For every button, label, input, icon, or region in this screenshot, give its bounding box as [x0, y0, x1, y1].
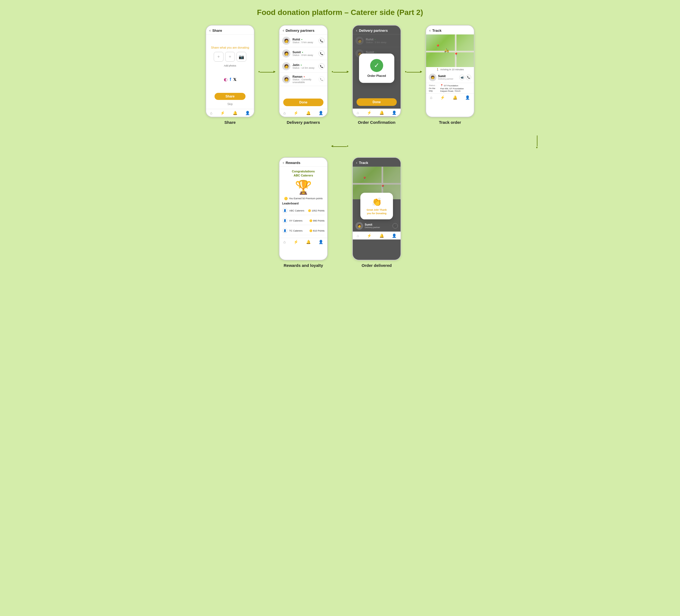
back-arrow-icon[interactable]: ‹: [209, 28, 211, 33]
raman-status-dot: ●: [304, 76, 305, 78]
order-confirm-label: Order Confirmation: [358, 120, 395, 125]
delivery-done-button[interactable]: Done: [283, 98, 323, 106]
home-nav-icon[interactable]: ⌂: [210, 111, 213, 115]
arrow-left-line: [333, 146, 347, 147]
back-arrow-delivered-icon[interactable]: ‹: [356, 160, 358, 165]
activity-nav-icon-4[interactable]: ⚡: [440, 95, 445, 100]
delivered-road-h: [353, 183, 401, 185]
great-job-text: Great Job! Thank you for Donating: [365, 208, 389, 215]
partner-jatin[interactable]: 🧑 Jatin ● Status : 14 km away 📞: [279, 60, 327, 73]
home-nav-icon-6[interactable]: ⌂: [357, 233, 359, 238]
sumit-call-icon[interactable]: 📞: [318, 51, 324, 56]
order-placed-text: Order Placed: [366, 74, 388, 77]
bell-nav-icon-5[interactable]: 🔔: [306, 240, 311, 244]
delivered-partner-info: Sumit Delivery partner: [365, 223, 380, 229]
activity-nav-icon-3[interactable]: ⚡: [367, 111, 371, 115]
photo-camera[interactable]: 📷: [236, 52, 246, 62]
partner-sumit[interactable]: 🧑 Sumit ● Status : 8 km away 📞: [279, 47, 327, 60]
arrow-down-container: [8, 136, 672, 146]
profile-nav-icon-3[interactable]: 👤: [392, 111, 396, 115]
jatin-status: Status : 14 km away: [292, 66, 316, 69]
arrow-down-wrapper: [537, 136, 537, 146]
activity-nav-icon[interactable]: ⚡: [220, 111, 225, 115]
bell-nav-icon[interactable]: 🔔: [233, 111, 237, 115]
bell-nav-icon-2[interactable]: 🔔: [306, 111, 311, 115]
track-partner-avatar: 🧑: [429, 74, 436, 81]
order-delivered-header: ‹ Track: [353, 158, 401, 167]
profile-nav-icon-2[interactable]: 👤: [318, 111, 323, 115]
rohit-name: Rohit ●: [292, 38, 316, 41]
back-arrow-confirm-icon[interactable]: ‹: [356, 28, 358, 33]
share-header: ‹ Share: [206, 26, 254, 34]
rohit-status: Status : 5 km away: [292, 41, 316, 44]
jatin-avatar: 🧑: [282, 62, 290, 70]
facebook-icon[interactable]: f: [230, 77, 231, 82]
home-nav-icon-5[interactable]: ⌂: [284, 240, 286, 244]
bottom-row: ‹ Rewards Congratulations ABC Caterers 🏆…: [279, 157, 401, 268]
track-status-col: Status : On the way: [429, 84, 436, 92]
lb-xy-avatar: 👤: [282, 218, 288, 224]
profile-nav-icon-4[interactable]: 👤: [465, 95, 470, 100]
home-nav-icon-3[interactable]: ⌂: [357, 111, 359, 115]
share-title: Share: [213, 29, 222, 33]
sumit-avatar: 🧑: [282, 50, 290, 58]
photo-add-1[interactable]: +: [214, 52, 224, 62]
bell-nav-icon-6[interactable]: 🔔: [379, 233, 384, 238]
track-partner-role: Delivery partner: [438, 78, 453, 80]
share-body: Share what you are donating + + 📷 Add ph…: [206, 34, 254, 109]
track-destination-info: Status : On the way 📍 GT Foundation Flat…: [426, 83, 474, 93]
profile-nav-icon-6[interactable]: 👤: [392, 233, 396, 238]
back-arrow-delivery-icon[interactable]: ‹: [283, 28, 284, 33]
track-dest-pin-icon: 📍: [440, 84, 443, 87]
partner-rohit[interactable]: 🧑 Rohit ● Status : 5 km away 📞: [279, 34, 327, 47]
track-dest-name: GT Foundation: [444, 84, 458, 87]
photo-row: + + 📷: [214, 52, 246, 62]
raman-call-icon: 📞: [318, 76, 324, 82]
back-arrow-rewards-icon[interactable]: ‹: [283, 160, 284, 165]
map-pin-end: 📍: [454, 52, 458, 57]
confirm-done-button[interactable]: Done: [357, 98, 397, 106]
lb-abc-points: 🟡 1052 Points: [308, 209, 324, 212]
delivered-pin-end: 📍: [380, 185, 385, 189]
profile-nav-icon[interactable]: 👤: [245, 111, 250, 115]
rohit-call-icon[interactable]: 📞: [318, 38, 324, 44]
arriving-emoji: 🚶: [436, 68, 439, 71]
back-arrow-track-icon[interactable]: ‹: [429, 28, 431, 33]
activity-nav-icon-6[interactable]: ⚡: [367, 233, 371, 238]
x-icon[interactable]: 𝕏: [233, 77, 236, 82]
lb-item-xy: 👤 XY Caterers 🟡 990 Points: [282, 217, 324, 225]
track-call-icon[interactable]: 📞: [466, 75, 471, 80]
lb-item-tc: 👤 TC Caterers 🟡 810 Points: [282, 227, 324, 235]
map-pin-start: 📍: [435, 44, 440, 49]
home-nav-icon-4[interactable]: ⌂: [430, 95, 432, 100]
delivered-call-icon[interactable]: 📞: [392, 223, 398, 229]
arrow-down-line: [537, 136, 537, 146]
bell-nav-icon-4[interactable]: 🔔: [453, 95, 457, 100]
raman-info: Raman ● Status : Currently unavailable: [292, 75, 316, 84]
profile-nav-icon-5[interactable]: 👤: [318, 240, 323, 244]
arriving-text: 🚶 Arriving in 10 minutes: [426, 67, 474, 72]
delivery-header: ‹ Delivery partners: [279, 26, 327, 34]
share-button[interactable]: Share: [215, 93, 245, 100]
social-row: ◐ f 𝕏: [224, 77, 236, 82]
rewards-title: Rewards: [286, 161, 300, 165]
bell-nav-icon-3[interactable]: 🔔: [379, 111, 384, 115]
rewards-phone: ‹ Rewards Congratulations ABC Caterers 🏆…: [279, 157, 328, 260]
home-nav-icon-2[interactable]: ⌂: [284, 111, 286, 115]
track-video-icon[interactable]: 📹: [459, 75, 465, 80]
share-bottom-nav: ⌂ ⚡ 🔔 👤: [206, 109, 254, 117]
delivered-partner-card: 🧑 Sumit Delivery partner 📞: [353, 221, 401, 232]
partner-raman[interactable]: 🧑 Raman ● Status : Currently unavailable…: [279, 73, 327, 86]
photo-add-2[interactable]: +: [225, 52, 235, 62]
skip-link[interactable]: Skip: [227, 102, 232, 106]
sumit-status-dot: ●: [302, 51, 303, 54]
track-order-phone: ‹ Track 📍 📍 🛵 🚶 Arriving in 10 minutes 🧑: [426, 25, 475, 117]
instagram-icon[interactable]: ◐: [224, 77, 228, 82]
track-bottom-nav: ⌂ ⚡ 🔔 👤: [426, 93, 474, 101]
activity-nav-icon-5[interactable]: ⚡: [293, 240, 298, 244]
raman-avatar: 🧑: [282, 75, 290, 83]
activity-nav-icon-2[interactable]: ⚡: [293, 111, 298, 115]
rohit-status-dot: ●: [301, 38, 303, 41]
jatin-call-icon[interactable]: 📞: [318, 63, 324, 69]
share-label: Share: [224, 120, 236, 125]
